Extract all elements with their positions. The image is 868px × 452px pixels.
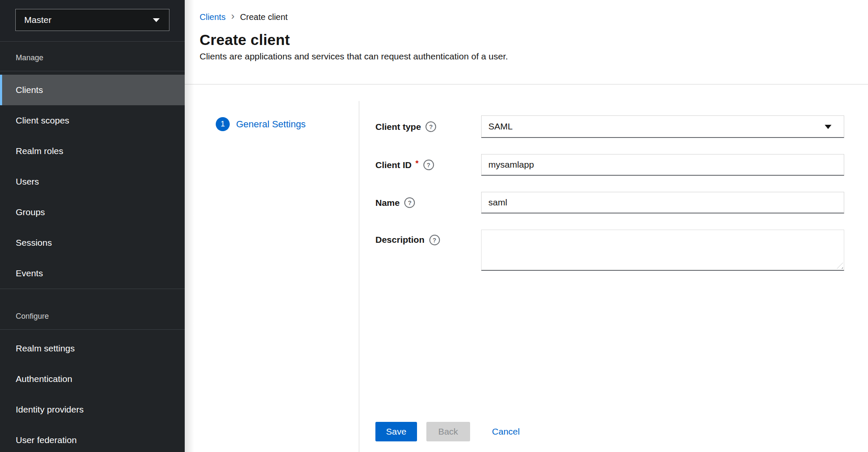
wizard-step-general-settings[interactable]: 1 General Settings bbox=[216, 117, 359, 131]
page-header: Clients › Create client Create client Cl… bbox=[185, 0, 868, 84]
help-icon[interactable]: ? bbox=[429, 235, 440, 245]
name-label: Name ? bbox=[375, 192, 481, 213]
required-asterisk: * bbox=[415, 159, 418, 168]
name-label-text: Name bbox=[375, 198, 400, 208]
realm-selector-dropdown[interactable]: Master bbox=[15, 9, 169, 31]
breadcrumb-current: Create client bbox=[240, 12, 287, 22]
wizard-nav: 1 General Settings bbox=[185, 101, 359, 452]
form-row-name: Name ? bbox=[375, 192, 844, 213]
sidebar-item-groups[interactable]: Groups bbox=[0, 197, 185, 227]
sidebar-item-realm-roles[interactable]: Realm roles bbox=[0, 136, 185, 166]
form-row-description: Description ? bbox=[375, 230, 844, 271]
sidebar-item-user-federation[interactable]: User federation bbox=[0, 425, 185, 452]
client-id-label-text: Client ID bbox=[375, 160, 411, 170]
main-content: Clients › Create client Create client Cl… bbox=[185, 0, 868, 452]
app-root: Master Manage Clients Client scopes Real… bbox=[0, 0, 868, 452]
nav-group-manage: Manage Clients Client scopes Realm roles… bbox=[0, 42, 185, 289]
client-id-input[interactable] bbox=[481, 154, 844, 176]
cancel-button[interactable]: Cancel bbox=[492, 422, 520, 441]
nav-list-configure: Realm settings Authentication Identity p… bbox=[0, 330, 185, 452]
breadcrumb-separator-icon: › bbox=[231, 11, 234, 21]
back-button[interactable]: Back bbox=[426, 422, 470, 441]
sidebar-item-clients[interactable]: Clients bbox=[0, 75, 185, 105]
chevron-down-icon bbox=[153, 18, 160, 22]
description-label-text: Description bbox=[375, 235, 425, 245]
help-icon[interactable]: ? bbox=[426, 121, 436, 132]
form-row-client-id: Client ID * ? bbox=[375, 154, 844, 176]
page-subtitle: Clients are applications and services th… bbox=[200, 51, 851, 62]
sidebar-item-client-scopes[interactable]: Client scopes bbox=[0, 105, 185, 136]
nav-group-configure: Configure Realm settings Authentication … bbox=[0, 289, 185, 452]
help-icon[interactable]: ? bbox=[423, 160, 434, 170]
description-label: Description ? bbox=[375, 230, 481, 271]
sidebar-nav: Manage Clients Client scopes Realm roles… bbox=[0, 42, 185, 452]
nav-section-title-manage: Manage bbox=[0, 42, 185, 71]
wizard-step-label: General Settings bbox=[236, 119, 306, 130]
sidebar-item-authentication[interactable]: Authentication bbox=[0, 364, 185, 394]
create-client-wizard: 1 General Settings Client type ? SAML bbox=[185, 84, 868, 452]
description-textarea[interactable] bbox=[481, 230, 844, 271]
help-icon[interactable]: ? bbox=[404, 197, 415, 208]
nav-section-title-configure: Configure bbox=[0, 289, 185, 330]
client-type-label-text: Client type bbox=[375, 122, 421, 132]
sidebar-item-identity-providers[interactable]: Identity providers bbox=[0, 394, 185, 425]
client-id-label: Client ID * ? bbox=[375, 154, 481, 176]
sidebar-item-users[interactable]: Users bbox=[0, 166, 185, 197]
page-title: Create client bbox=[200, 31, 851, 48]
client-type-label: Client type ? bbox=[375, 115, 481, 138]
dropdown-caret-icon bbox=[825, 125, 831, 129]
name-input[interactable] bbox=[481, 192, 844, 213]
breadcrumb: Clients › Create client bbox=[200, 12, 851, 22]
realm-name: Master bbox=[24, 15, 51, 25]
nav-list-manage: Clients Client scopes Realm roles Users … bbox=[0, 71, 185, 289]
wizard-step-number: 1 bbox=[216, 117, 230, 131]
client-type-select[interactable]: SAML bbox=[481, 115, 844, 138]
form-row-client-type: Client type ? SAML bbox=[375, 115, 844, 138]
sidebar: Master Manage Clients Client scopes Real… bbox=[0, 0, 185, 452]
sidebar-item-events[interactable]: Events bbox=[0, 258, 185, 289]
wizard-form: Client type ? SAML Client ID * ? bbox=[359, 84, 868, 452]
wizard-footer: Save Back Cancel bbox=[375, 422, 844, 441]
breadcrumb-link-clients[interactable]: Clients bbox=[200, 12, 225, 22]
save-button[interactable]: Save bbox=[375, 422, 417, 441]
sidebar-item-sessions[interactable]: Sessions bbox=[0, 227, 185, 258]
sidebar-item-realm-settings[interactable]: Realm settings bbox=[0, 333, 185, 364]
description-textarea-wrap bbox=[481, 230, 844, 271]
realm-selector-header: Master bbox=[0, 0, 185, 42]
client-type-selected-value: SAML bbox=[488, 121, 513, 132]
